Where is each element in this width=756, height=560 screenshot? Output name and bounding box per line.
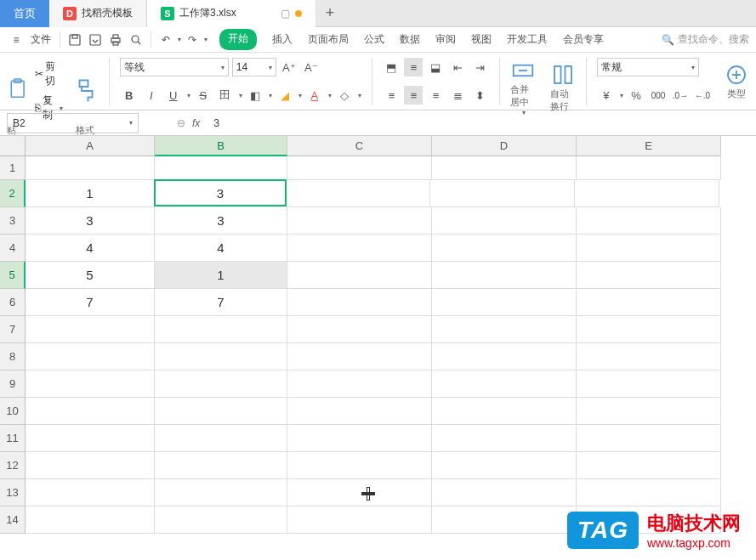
ribbon-tab-insert[interactable]: 插入 — [272, 29, 293, 50]
cell-E1[interactable] — [577, 156, 721, 180]
cell-A12[interactable] — [26, 452, 155, 479]
name-box[interactable]: B2 ▾ — [7, 113, 139, 133]
format-painter-icon[interactable] — [73, 78, 99, 104]
cell-C12[interactable] — [287, 452, 432, 479]
cell-E3[interactable] — [577, 207, 721, 235]
cell-B4[interactable]: 4 — [155, 235, 287, 262]
row-header-5[interactable]: 5 — [0, 262, 26, 289]
strike-button[interactable]: S — [194, 86, 213, 105]
cell-B9[interactable] — [155, 371, 287, 398]
fx-icon[interactable]: fx — [192, 117, 200, 129]
row-header-2[interactable]: 2 — [0, 180, 26, 207]
indent-decrease-button[interactable]: ⇤ — [448, 58, 467, 76]
indent-increase-button[interactable]: ⇥ — [470, 58, 489, 76]
tab-home[interactable]: 首页 — [0, 0, 49, 27]
font-color-button[interactable]: A — [305, 86, 324, 105]
type-convert-icon[interactable] — [724, 62, 749, 88]
cell-A8[interactable] — [26, 343, 155, 371]
cell-A9[interactable] — [26, 371, 155, 398]
cell-B6[interactable]: 7 — [155, 289, 287, 316]
font-name-select[interactable]: 等线▾ — [120, 58, 229, 76]
cell-D8[interactable] — [432, 343, 577, 371]
cell-D3[interactable] — [432, 207, 577, 235]
comma-button[interactable]: 000 — [649, 86, 668, 105]
cell-C1[interactable] — [287, 156, 432, 180]
cell-B2[interactable]: 3 — [154, 179, 287, 206]
paste-icon[interactable] — [7, 78, 28, 104]
cell-B12[interactable] — [155, 452, 287, 479]
cell-A7[interactable] — [26, 316, 155, 343]
cell-C8[interactable] — [287, 343, 432, 371]
formula-input[interactable]: 3 — [213, 117, 219, 129]
cell-B7[interactable] — [155, 316, 287, 343]
file-menu[interactable]: 文件 — [27, 32, 54, 47]
cell-A14[interactable] — [26, 506, 155, 534]
row-header-3[interactable]: 3 — [0, 207, 26, 235]
cell-style-button[interactable]: ◧ — [246, 86, 264, 105]
cell-C11[interactable] — [287, 425, 432, 452]
cell-B3[interactable]: 3 — [155, 207, 287, 235]
row-header-9[interactable]: 9 — [0, 371, 26, 398]
cell-D10[interactable] — [432, 398, 577, 425]
cell-E7[interactable] — [577, 316, 721, 343]
cell-B14[interactable] — [155, 506, 287, 534]
increase-decimal-button[interactable]: .0→ — [671, 86, 690, 105]
tab-workbook[interactable]: S 工作簿3.xlsx ▢ — [147, 0, 315, 27]
row-header-12[interactable]: 12 — [0, 452, 26, 479]
row-header-8[interactable]: 8 — [0, 343, 26, 371]
row-header-14[interactable]: 14 — [0, 506, 26, 534]
cell-C7[interactable] — [287, 316, 432, 343]
align-bottom-button[interactable]: ⬓ — [426, 58, 445, 76]
cut-button[interactable]: ✂剪切 — [31, 58, 66, 90]
cell-B5[interactable]: 1 — [155, 262, 287, 289]
number-format-select[interactable]: 常规▾ — [597, 58, 699, 76]
currency-button[interactable]: ¥ — [597, 86, 616, 105]
font-size-select[interactable]: 14▾ — [232, 58, 276, 76]
cell-C9[interactable] — [287, 371, 432, 398]
name-box-dropdown[interactable]: ▾ — [129, 119, 133, 127]
cell-A1[interactable] — [26, 156, 155, 180]
cell-C3[interactable] — [287, 207, 432, 235]
cell-A10[interactable] — [26, 398, 155, 425]
select-all-corner[interactable] — [0, 136, 26, 156]
hamburger-icon[interactable]: ≡ — [7, 31, 26, 49]
row-header-1[interactable]: 1 — [0, 156, 26, 180]
align-left-button[interactable]: ≡ — [382, 86, 401, 105]
cell-A5[interactable]: 5 — [26, 262, 155, 289]
cell-D9[interactable] — [432, 371, 577, 398]
col-header-B[interactable]: B — [155, 136, 287, 156]
cell-E4[interactable] — [577, 235, 721, 262]
redo-icon[interactable]: ↷ — [183, 31, 202, 49]
increase-font-button[interactable]: A⁺ — [280, 58, 298, 76]
cell-C2[interactable] — [286, 180, 430, 207]
cell-B11[interactable] — [155, 425, 287, 452]
undo-dropdown[interactable]: ▾ — [178, 36, 181, 43]
cell-D4[interactable] — [432, 235, 577, 262]
print-icon[interactable] — [106, 31, 125, 49]
command-search[interactable]: 🔍 查找命令、搜索 — [662, 32, 749, 47]
cell-A3[interactable]: 3 — [26, 207, 155, 235]
wrap-icon[interactable] — [550, 62, 576, 88]
cell-E5[interactable] — [577, 262, 721, 289]
cell-E2[interactable] — [575, 180, 719, 207]
cell-D11[interactable] — [432, 425, 577, 452]
ribbon-tab-view[interactable]: 视图 — [471, 29, 492, 50]
row-header-13[interactable]: 13 — [0, 479, 26, 506]
bold-button[interactable]: B — [120, 86, 139, 105]
ribbon-tab-data[interactable]: 数据 — [400, 29, 420, 50]
cell-A11[interactable] — [26, 425, 155, 452]
clear-format-button[interactable]: ◇ — [335, 86, 354, 105]
cell-D5[interactable] — [432, 262, 577, 289]
ribbon-tab-dev[interactable]: 开发工具 — [507, 29, 548, 50]
cell-A13[interactable] — [26, 479, 155, 506]
save-as-icon[interactable] — [86, 31, 105, 49]
undo-icon[interactable]: ↶ — [156, 31, 175, 49]
cell-D1[interactable] — [432, 156, 577, 180]
percent-button[interactable]: % — [627, 86, 645, 105]
cell-A6[interactable]: 7 — [26, 289, 155, 316]
row-header-11[interactable]: 11 — [0, 425, 26, 452]
cell-C5[interactable] — [287, 262, 432, 289]
col-header-A[interactable]: A — [26, 136, 155, 156]
ribbon-tab-start[interactable]: 开始 — [219, 29, 257, 50]
align-right-button[interactable]: ≡ — [426, 86, 445, 105]
